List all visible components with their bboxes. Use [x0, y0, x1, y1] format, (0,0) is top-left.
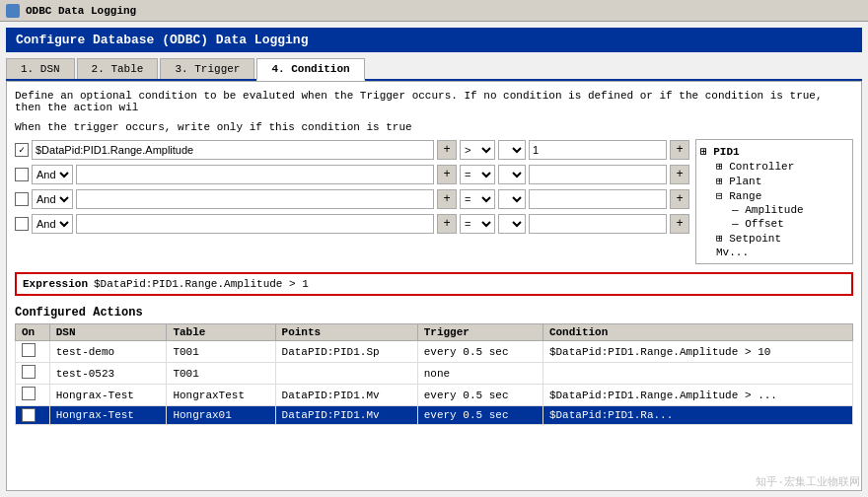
row4-table: Hongrax01 — [167, 406, 275, 425]
row1-condition: $DataPid:PID1.Range.Amplitude > 10 — [542, 341, 852, 363]
configured-actions-section: Configured Actions On DSN Table Points T… — [15, 306, 853, 425]
row1-points: DataPID:PID1.Sp — [275, 341, 417, 363]
comp-select-4b[interactable] — [498, 214, 526, 234]
row4-checkbox[interactable] — [22, 408, 36, 422]
row2-trigger: none — [417, 363, 542, 385]
table-row-2[interactable]: test-0523 T001 none — [16, 363, 853, 385]
condition-row-2: AndOr + =>< + — [15, 164, 689, 185]
description-text: Define an optional condition to be evalu… — [15, 90, 853, 113]
tree-node-offset[interactable]: — Offset — [700, 217, 848, 231]
col-on: On — [16, 324, 50, 341]
condition-row-1: + >=< + — [15, 139, 689, 161]
plus-btn-2b[interactable]: + — [670, 165, 689, 184]
comp-select-2[interactable]: =>< — [460, 165, 495, 184]
condition-row-3: AndOr + =>< + — [15, 188, 689, 210]
condition-checkbox-3[interactable] — [15, 192, 29, 206]
row2-condition — [542, 363, 852, 385]
row3-checkbox[interactable] — [22, 387, 36, 400]
row1-table: T001 — [167, 341, 275, 363]
row1-on — [16, 341, 50, 363]
tabs-row: 1. DSN 2. Table 3. Trigger 4. Condition — [6, 58, 862, 81]
expression-value: $DataPid:PID1.Range.Amplitude > 1 — [94, 278, 309, 290]
comp-select-3[interactable]: =>< — [460, 189, 495, 209]
plus-btn-4b[interactable]: + — [670, 214, 689, 234]
tab-dsn[interactable]: 1. DSN — [6, 58, 75, 79]
value-input-3[interactable] — [529, 189, 667, 209]
main-container: Configure Database (ODBC) Data Logging 1… — [0, 22, 868, 497]
row2-checkbox[interactable] — [22, 365, 36, 379]
condition-row-4: AndOr + =>< + — [15, 213, 689, 235]
col-points: Points — [275, 324, 417, 341]
panel-header: Configure Database (ODBC) Data Logging — [6, 28, 862, 52]
col-dsn: DSN — [49, 324, 167, 341]
value-input-2[interactable] — [529, 165, 667, 184]
row2-table: T001 — [167, 363, 275, 385]
logic-op-4[interactable]: AndOr — [32, 214, 73, 234]
row4-dsn: Hongrax-Test — [49, 406, 167, 425]
condition-rows: + >=< + AndOr + =>< — [15, 139, 689, 264]
plus-btn-4[interactable]: + — [437, 214, 457, 234]
tree-node-setpoint[interactable]: ⊞ Setpoint — [700, 231, 848, 246]
row4-points: DataPID:PID1.Mv — [275, 406, 417, 425]
row2-dsn: test-0523 — [49, 363, 167, 385]
row3-table: HongraxTest — [167, 385, 275, 406]
tab-condition[interactable]: 4. Condition — [256, 58, 364, 81]
row4-on — [16, 406, 50, 425]
row4-trigger: every 0.5 sec — [417, 406, 542, 425]
expression-label: Expression — [23, 278, 88, 290]
condition-checkbox-1[interactable] — [15, 143, 29, 157]
plus-btn-3[interactable]: + — [437, 189, 457, 209]
condition-input-4[interactable] — [76, 214, 434, 234]
condition-input-1[interactable] — [32, 140, 434, 160]
condition-input-3[interactable] — [76, 189, 434, 209]
row2-points — [275, 363, 417, 385]
col-condition: Condition — [542, 324, 852, 341]
comp-select-2b[interactable] — [498, 165, 526, 184]
condition-checkbox-4[interactable] — [15, 217, 29, 231]
table-row-1[interactable]: test-demo T001 DataPID:PID1.Sp every 0.5… — [16, 341, 853, 363]
table-row-4[interactable]: Hongrax-Test Hongrax01 DataPID:PID1.Mv e… — [16, 406, 853, 425]
row3-on — [16, 385, 50, 406]
row3-dsn: Hongrax-Test — [49, 385, 167, 406]
expression-box: Expression $DataPid:PID1.Range.Amplitude… — [15, 272, 853, 296]
tree-node-mv[interactable]: Mv... — [700, 246, 848, 259]
value-input-1[interactable] — [529, 140, 667, 160]
content-area: Define an optional condition to be evalu… — [6, 81, 862, 491]
tree-node-pid1[interactable]: ⊞ PID1 — [700, 144, 848, 159]
app-icon — [6, 4, 20, 18]
comp-select-4[interactable]: =>< — [460, 214, 495, 234]
logic-op-2[interactable]: AndOr — [32, 165, 73, 184]
row1-checkbox[interactable] — [22, 343, 36, 357]
tab-trigger[interactable]: 3. Trigger — [160, 58, 254, 79]
plus-btn-1b[interactable]: + — [670, 140, 689, 160]
col-table: Table — [167, 324, 275, 341]
col-trigger: Trigger — [417, 324, 542, 341]
row3-points: DataPID:PID1.Mv — [275, 385, 417, 406]
plus-btn-1[interactable]: + — [437, 140, 457, 160]
tree-node-controller[interactable]: ⊞ Controller — [700, 159, 848, 174]
tree-node-range[interactable]: ⊟ Range — [700, 188, 848, 203]
table-row-3[interactable]: Hongrax-Test HongraxTest DataPID:PID1.Mv… — [16, 385, 853, 406]
comp-select-1[interactable]: >=< — [460, 140, 495, 160]
window-title: ODBC Data Logging — [26, 5, 136, 17]
tree-panel: ⊞ PID1 ⊞ Controller ⊞ Plant ⊟ Range — Am… — [695, 139, 853, 264]
row1-trigger: every 0.5 sec — [417, 341, 542, 363]
condition-rows-area: + >=< + AndOr + =>< — [15, 139, 853, 264]
title-bar: ODBC Data Logging — [0, 0, 868, 22]
tree-node-amplitude[interactable]: — Amplitude — [700, 203, 848, 217]
comp-select-3b[interactable] — [498, 189, 526, 209]
plus-btn-2[interactable]: + — [437, 165, 457, 184]
logic-op-3[interactable]: AndOr — [32, 189, 73, 209]
plus-btn-3b[interactable]: + — [670, 189, 689, 209]
condition-section-label: When the trigger occurs, write only if t… — [15, 121, 853, 133]
tab-table[interactable]: 2. Table — [77, 58, 159, 79]
tree-node-plant[interactable]: ⊞ Plant — [700, 174, 848, 188]
row1-dsn: test-demo — [49, 341, 167, 363]
configured-actions-title: Configured Actions — [15, 306, 853, 320]
row2-on — [16, 363, 50, 385]
comp-select-1b[interactable] — [498, 140, 526, 160]
value-input-4[interactable] — [529, 214, 667, 234]
condition-input-2[interactable] — [76, 165, 434, 184]
row4-condition: $DataPid:PID1.Ra... — [542, 406, 852, 425]
condition-checkbox-2[interactable] — [15, 168, 29, 181]
